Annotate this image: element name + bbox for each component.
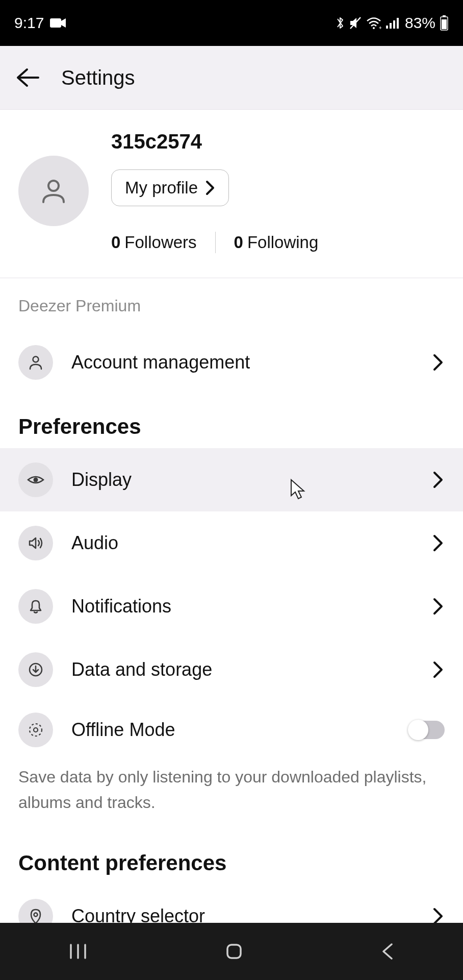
offline-icon-wrap xyxy=(18,713,53,747)
chevron-right-icon xyxy=(432,470,445,490)
display-row[interactable]: Display xyxy=(0,448,463,511)
chevron-right-icon xyxy=(432,906,445,923)
avatar[interactable] xyxy=(18,156,89,226)
notifications-row[interactable]: Notifications xyxy=(0,575,463,638)
mute-icon xyxy=(349,16,362,30)
page-title: Settings xyxy=(61,66,135,89)
svg-rect-6 xyxy=(393,20,395,29)
svg-point-13 xyxy=(34,478,38,482)
arrow-left-icon xyxy=(15,67,39,88)
svg-point-16 xyxy=(34,728,38,732)
notifications-label: Notifications xyxy=(71,596,432,617)
subscription-plan: Deezer Premium xyxy=(0,278,463,331)
display-label: Display xyxy=(71,469,432,491)
country-selector-row[interactable]: Country selector xyxy=(0,885,463,923)
bell-icon xyxy=(27,598,44,615)
home-button[interactable] xyxy=(224,942,244,961)
back-icon xyxy=(380,942,395,961)
svg-point-2 xyxy=(373,27,375,29)
wifi-icon: + xyxy=(366,17,381,29)
offline-mode-label: Offline Mode xyxy=(71,719,409,741)
svg-rect-0 xyxy=(50,18,61,28)
chevron-right-icon xyxy=(432,659,445,680)
speaker-icon xyxy=(27,534,45,552)
battery-icon xyxy=(440,15,449,31)
battery-percent: 83% xyxy=(405,14,435,32)
svg-rect-21 xyxy=(227,945,241,958)
chevron-right-icon xyxy=(432,533,445,553)
back-button[interactable] xyxy=(9,60,45,95)
signal-icon xyxy=(385,17,399,29)
record-icon xyxy=(50,17,66,29)
app-header: Settings xyxy=(0,46,463,110)
account-icon-wrap xyxy=(18,345,53,380)
eye-icon xyxy=(27,471,45,489)
svg-point-15 xyxy=(30,724,42,736)
download-circle-icon xyxy=(27,661,44,678)
followers-stat[interactable]: 0Followers xyxy=(111,233,197,252)
offline-mode-toggle[interactable] xyxy=(409,721,445,739)
country-selector-label: Country selector xyxy=(71,905,432,923)
chevron-right-icon xyxy=(432,352,445,373)
followers-count: 0 xyxy=(111,233,120,252)
svg-rect-10 xyxy=(442,19,447,29)
status-time: 9:17 xyxy=(14,14,44,32)
following-stat[interactable]: 0Following xyxy=(234,233,319,252)
my-profile-label: My profile xyxy=(125,178,198,198)
audio-icon-wrap xyxy=(18,526,53,560)
following-label: Following xyxy=(247,233,318,252)
country-icon-wrap xyxy=(18,899,53,923)
offline-mode-row: Offline Mode xyxy=(0,701,463,758)
chevron-right-icon xyxy=(432,596,445,617)
svg-rect-4 xyxy=(386,26,388,29)
pin-icon xyxy=(27,908,44,923)
bluetooth-icon xyxy=(336,15,345,31)
data-storage-row[interactable]: Data and storage xyxy=(0,638,463,701)
svg-point-17 xyxy=(34,913,38,917)
system-back-button[interactable] xyxy=(380,942,395,961)
offline-mode-description: Save data by only listening to your down… xyxy=(0,758,463,830)
audio-label: Audio xyxy=(71,532,432,554)
my-profile-button[interactable]: My profile xyxy=(111,169,229,206)
preferences-title: Preferences xyxy=(0,394,463,448)
data-storage-icon-wrap xyxy=(18,652,53,687)
audio-row[interactable]: Audio xyxy=(0,511,463,575)
profile-section: 315c2574 My profile 0Followers 0Followin… xyxy=(0,110,463,278)
account-management-label: Account management xyxy=(71,352,432,373)
username: 315c2574 xyxy=(111,130,445,153)
account-management-row[interactable]: Account management xyxy=(0,331,463,394)
person-icon xyxy=(38,176,69,206)
status-bar: 9:17 + 83% xyxy=(0,0,463,46)
stat-divider xyxy=(215,232,216,253)
svg-rect-7 xyxy=(397,18,399,29)
svg-text:+: + xyxy=(379,25,381,29)
content-preferences-title: Content preferences xyxy=(0,830,463,885)
svg-rect-5 xyxy=(390,23,392,29)
system-nav-bar xyxy=(0,923,463,980)
home-icon xyxy=(224,942,244,961)
svg-point-12 xyxy=(33,357,39,362)
display-icon-wrap xyxy=(18,462,53,497)
toggle-knob xyxy=(408,720,428,740)
chevron-right-icon xyxy=(205,180,215,196)
offline-icon xyxy=(27,721,44,739)
followers-label: Followers xyxy=(124,233,196,252)
person-icon xyxy=(27,354,44,371)
recents-button[interactable] xyxy=(68,943,88,960)
following-count: 0 xyxy=(234,233,243,252)
data-storage-label: Data and storage xyxy=(71,659,432,680)
svg-point-11 xyxy=(48,181,59,191)
recents-icon xyxy=(68,943,88,960)
notifications-icon-wrap xyxy=(18,589,53,624)
